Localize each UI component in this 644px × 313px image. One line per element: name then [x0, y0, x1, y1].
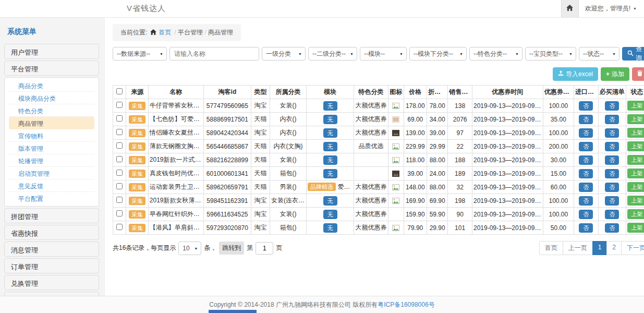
imported-toggle[interactable]: 否	[579, 128, 593, 138]
status-button[interactable]: 上架	[627, 128, 644, 138]
must-buy-toggle[interactable]: 否	[605, 223, 619, 233]
status-button[interactable]: 上架	[627, 155, 644, 165]
name-cell: 运动套装男士卫衣初秋...	[148, 180, 203, 194]
row-checkbox[interactable]	[116, 183, 123, 189]
must-buy-toggle[interactable]: 否	[605, 210, 619, 219]
icon-cell	[388, 221, 404, 235]
status-button[interactable]: 上架	[627, 141, 644, 151]
sidebar-subitem[interactable]: 商品分类	[9, 79, 94, 92]
sidebar-subitem[interactable]: 启动页管理	[9, 167, 94, 179]
row-checkbox[interactable]	[116, 115, 123, 122]
imported-toggle[interactable]: 否	[579, 142, 593, 151]
row-checkbox[interactable]	[116, 210, 123, 216]
imported-toggle[interactable]: 否	[579, 115, 593, 124]
must-buy-toggle[interactable]: 否	[605, 183, 619, 192]
select-all-checkbox[interactable]	[116, 88, 123, 94]
batch-delete-button[interactable]: 批量删除	[632, 67, 644, 81]
must-buy-toggle[interactable]: 否	[605, 196, 619, 206]
sidebar-subitem[interactable]: 模块商品分类	[9, 92, 94, 104]
breadcrumb-home-link[interactable]: 首页	[150, 28, 171, 37]
imported-toggle[interactable]: 否	[579, 101, 593, 111]
must-buy-toggle[interactable]: 否	[605, 115, 619, 124]
filter-select-wrap: --二级分类--	[308, 47, 357, 61]
filter-select[interactable]: --模块--	[360, 47, 407, 61]
sidebar-group[interactable]: 拼团管理	[4, 208, 99, 223]
must-buy-toggle[interactable]: 否	[605, 128, 619, 138]
row-checkbox[interactable]	[116, 142, 123, 149]
row-checkbox[interactable]	[116, 197, 123, 203]
imported-cell: 否	[574, 126, 598, 140]
sidebar-group[interactable]: 订单管理	[4, 258, 99, 273]
sidebar-subitem[interactable]: 意见反馈	[9, 179, 94, 192]
sidebar-group[interactable]: 平台管理	[4, 61, 99, 76]
pager-button[interactable]: 上一页	[563, 241, 593, 255]
status-button[interactable]: 上架	[627, 223, 644, 233]
filter-select[interactable]: 一级分类	[262, 47, 306, 61]
column-header: 价格	[404, 86, 427, 99]
category-cell: 女装()	[270, 99, 307, 113]
filter-select[interactable]: --特色分类--	[469, 47, 523, 61]
row-checkbox[interactable]	[116, 156, 123, 162]
sidebar-subitem[interactable]: 平台配置	[9, 192, 94, 204]
jump-button[interactable]: 跳转到	[219, 242, 244, 255]
name-search-input[interactable]	[169, 47, 259, 61]
must-buy-cell: 否	[598, 113, 626, 126]
discount-price-cell: 69.90	[427, 194, 448, 208]
imported-toggle[interactable]: 否	[579, 210, 593, 219]
data-source-select[interactable]: --数据来源--	[113, 47, 167, 61]
row-checkbox[interactable]	[116, 129, 123, 135]
status-cell: 上架	[626, 113, 644, 126]
imported-toggle[interactable]: 否	[579, 155, 593, 165]
pager-button[interactable]: 2	[606, 241, 622, 255]
coupon-amount-cell: 100.00	[543, 126, 574, 140]
must-buy-toggle[interactable]: 否	[605, 142, 619, 151]
sidebar-subitem[interactable]: 轮播管理	[9, 154, 94, 167]
status-button[interactable]: 上架	[627, 182, 644, 192]
sidebar-subitem[interactable]: 特色分类	[9, 104, 94, 117]
status-button[interactable]: 上架	[627, 196, 644, 206]
imported-toggle[interactable]: 否	[579, 183, 593, 192]
imported-toggle[interactable]: 否	[579, 223, 593, 233]
must-buy-cell: 否	[598, 167, 626, 180]
pager-button[interactable]: 1	[592, 241, 607, 255]
status-button[interactable]: 上架	[627, 101, 644, 111]
pager-button[interactable]: 下一页	[621, 241, 644, 255]
must-buy-toggle[interactable]: 否	[605, 155, 619, 165]
sidebar-group[interactable]: 用户管理	[4, 44, 99, 59]
search-button[interactable]: 查询	[622, 47, 644, 61]
home-button[interactable]	[561, 0, 579, 17]
column-header: 特色分类	[354, 86, 388, 99]
imported-toggle[interactable]: 否	[579, 169, 593, 178]
sidebar-group[interactable]: 兑换管理	[4, 275, 99, 290]
icon-cell	[388, 140, 404, 153]
icp-link[interactable]: 粤ICP备16098006号	[378, 300, 434, 309]
pager-button[interactable]: 首页	[539, 241, 563, 255]
import-excel-button[interactable]: 导入excel	[553, 67, 598, 81]
status-button[interactable]: 上架	[627, 114, 644, 124]
jump-page-input[interactable]	[256, 242, 273, 255]
user-menu[interactable]: 欢迎您，管理员! ▼	[579, 4, 644, 13]
row-checkbox[interactable]	[116, 224, 123, 230]
filter-select[interactable]: --二级分类--	[308, 47, 357, 61]
sidebar-subitem[interactable]: 商品管理	[9, 117, 94, 129]
sidebar-subitem[interactable]: 版本管理	[9, 142, 94, 154]
sidebar-subitem[interactable]: 宣传物料	[9, 129, 94, 142]
column-header: 状态	[626, 86, 644, 99]
source-badge: 采集	[129, 129, 145, 137]
must-buy-toggle[interactable]: 否	[605, 169, 619, 178]
sidebar-group[interactable]: 消息管理	[4, 242, 99, 257]
add-button[interactable]: + 添加	[601, 67, 629, 81]
sidebar-group[interactable]: 省惠快报	[4, 225, 99, 240]
row-checkbox[interactable]	[116, 170, 123, 176]
per-page-select[interactable]: 10	[178, 242, 201, 255]
filter-select[interactable]: --宝贝类型--	[525, 47, 576, 61]
row-checkbox[interactable]	[116, 102, 123, 108]
status-button[interactable]: 上架	[627, 209, 644, 219]
discount-price-cell: 78.00	[427, 99, 448, 113]
must-buy-toggle[interactable]: 否	[605, 101, 619, 111]
imported-toggle[interactable]: 否	[579, 196, 593, 206]
filter-select[interactable]: --模块下分类--	[409, 47, 467, 61]
discount-price-cell: 34.00	[427, 113, 448, 126]
filter-select[interactable]: --状态--	[579, 47, 619, 61]
status-button[interactable]: 上架	[627, 168, 644, 178]
